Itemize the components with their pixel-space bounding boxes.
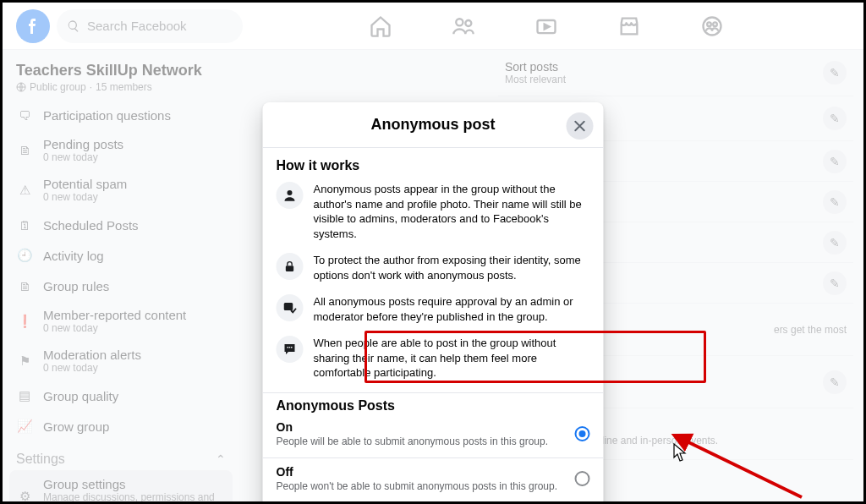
edit-icon[interactable]: ✎ xyxy=(823,370,847,394)
search-icon xyxy=(67,19,80,33)
approval-icon xyxy=(277,294,304,321)
svg-point-0 xyxy=(456,19,463,25)
sidebar-item-spam[interactable]: ⚠Potential spam0 new today xyxy=(9,170,233,210)
comment-icon xyxy=(277,336,304,363)
modal-header: Anonymous post xyxy=(263,102,604,148)
anonymous-posts-heading: Anonymous Posts xyxy=(263,392,604,414)
svg-rect-10 xyxy=(288,347,289,348)
marketplace-icon[interactable] xyxy=(617,14,641,38)
group-meta: Public group · 15 members xyxy=(9,81,233,100)
anonymous-post-modal: Anonymous post How it works Anonymous po… xyxy=(263,102,604,504)
group-name: Teachers SkillUp Network xyxy=(9,57,233,81)
sidebar-item-group-settings[interactable]: ⚙Group settingsManage discussions, permi… xyxy=(9,470,233,501)
edit-icon[interactable]: ✎ xyxy=(823,190,847,214)
radio-off[interactable] xyxy=(575,471,590,486)
sidebar-item-grow[interactable]: 📈Grow group xyxy=(9,411,233,441)
search-input[interactable]: Search Facebook xyxy=(57,9,243,43)
home-icon[interactable] xyxy=(369,14,392,38)
info-row: To protect the author from exposing thei… xyxy=(277,253,590,282)
quality-icon: ▤ xyxy=(16,387,33,404)
watch-icon[interactable] xyxy=(534,14,558,38)
groups-icon[interactable] xyxy=(700,14,724,38)
cursor-pointer-icon xyxy=(672,442,691,464)
sidebar-item-participation[interactable]: 🗨Participation questions xyxy=(9,100,233,130)
rules-icon: 🗎 xyxy=(16,277,33,294)
facebook-logo[interactable] xyxy=(16,9,50,43)
svg-line-13 xyxy=(683,440,802,497)
question-icon: 🗨 xyxy=(16,107,33,123)
flag-icon: ❗ xyxy=(16,313,33,330)
sidebar-item-reported[interactable]: ❗Member-reported content0 new today xyxy=(9,301,233,341)
globe-icon xyxy=(16,82,26,92)
info-row: Anonymous posts appear in the group with… xyxy=(277,182,590,241)
sidebar-item-scheduled[interactable]: 🗓Scheduled Posts xyxy=(9,210,233,240)
settings-section-header[interactable]: Settings⌃ xyxy=(9,441,233,470)
person-icon xyxy=(277,182,304,209)
info-row: When people are able to post in the grou… xyxy=(277,336,590,381)
sidebar-item-activity[interactable]: 🕘Activity log xyxy=(9,240,233,271)
lock-icon xyxy=(277,253,304,280)
left-sidebar: Teachers SkillUp Network Public group · … xyxy=(3,50,239,501)
modal-title: Anonymous post xyxy=(277,116,590,134)
edit-icon[interactable]: ✎ xyxy=(823,107,847,130)
how-it-works-heading: How it works xyxy=(277,158,590,173)
sidebar-item-moderation[interactable]: ⚑Moderation alerts0 new today xyxy=(9,341,233,381)
annotation-arrow xyxy=(671,430,806,501)
pending-icon: 🗎 xyxy=(16,142,33,159)
svg-rect-12 xyxy=(291,347,293,348)
radio-on[interactable] xyxy=(575,426,590,441)
top-nav: Search Facebook xyxy=(3,3,863,50)
edit-icon[interactable]: ✎ xyxy=(823,271,847,295)
svg-rect-9 xyxy=(284,303,293,310)
warning-icon: ⚠ xyxy=(16,182,33,199)
sidebar-item-pending[interactable]: 🗎Pending posts0 new today xyxy=(9,130,233,170)
gear-icon: ⚙ xyxy=(16,488,33,502)
sidebar-item-quality[interactable]: ▤Group quality xyxy=(9,381,233,411)
calendar-icon: 🗓 xyxy=(16,216,33,233)
svg-point-5 xyxy=(713,22,717,26)
clock-icon: 🕘 xyxy=(16,247,33,264)
edit-icon[interactable]: ✎ xyxy=(823,150,847,173)
alert-icon: ⚑ xyxy=(16,353,33,370)
svg-point-7 xyxy=(288,190,293,195)
setting-row[interactable]: Sort postsMost relevant✎ xyxy=(498,50,853,96)
close-icon xyxy=(573,118,588,134)
info-row: All anonymous posts require approval by … xyxy=(277,294,590,324)
svg-rect-8 xyxy=(286,266,293,272)
edit-icon[interactable]: ✎ xyxy=(823,61,847,85)
chevron-up-icon: ⌃ xyxy=(216,452,226,466)
friends-icon[interactable] xyxy=(452,14,475,38)
close-button[interactable] xyxy=(567,112,594,140)
search-placeholder: Search Facebook xyxy=(87,19,187,33)
option-on[interactable]: On People will be able to submit anonymo… xyxy=(263,414,604,458)
svg-point-1 xyxy=(465,20,471,26)
svg-point-3 xyxy=(704,17,721,35)
svg-point-4 xyxy=(707,22,711,26)
sidebar-item-rules[interactable]: 🗎Group rules xyxy=(9,271,233,301)
option-off[interactable]: Off People won't be able to submit anony… xyxy=(263,458,604,503)
grow-icon: 📈 xyxy=(16,418,33,435)
edit-icon[interactable]: ✎ xyxy=(823,231,847,255)
svg-rect-11 xyxy=(289,347,291,348)
